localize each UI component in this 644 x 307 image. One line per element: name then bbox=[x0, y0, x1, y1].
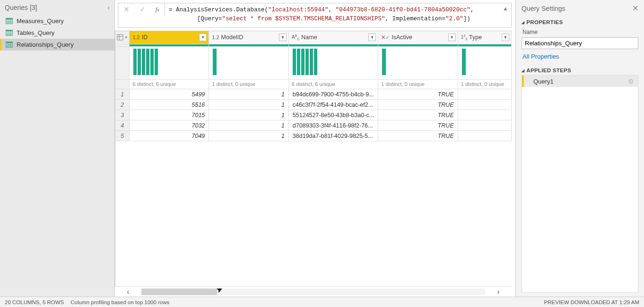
column-filter-button[interactable]: ▼ bbox=[448, 34, 456, 41]
column-profile-chart bbox=[209, 47, 289, 80]
collapse-queries-icon[interactable]: ‹ bbox=[107, 4, 110, 11]
queries-panel-title: Queries [3] bbox=[5, 4, 37, 11]
scroll-thumb[interactable] bbox=[141, 289, 217, 295]
cell[interactable] bbox=[458, 120, 511, 131]
close-settings-button[interactable]: ✕ bbox=[632, 4, 638, 13]
column-name: ModelID bbox=[221, 34, 277, 41]
table-row[interactable]: 57049138d19da7-b81f-4029-9825-5...TRUE bbox=[115, 131, 512, 141]
column-name: Name bbox=[301, 34, 366, 41]
column-header[interactable]: 1.2 ID ▼ bbox=[130, 31, 209, 44]
row-number: 2 bbox=[115, 100, 130, 110]
column-type-icon[interactable]: ✕✓ bbox=[381, 34, 390, 41]
column-distinct-label: 1 distinct, 0 unique bbox=[458, 80, 511, 89]
properties-section-header[interactable]: ◢ PROPERTIES bbox=[522, 19, 638, 25]
table-icon bbox=[6, 30, 13, 36]
formula-cancel-button[interactable]: ✕ bbox=[118, 3, 134, 16]
column-header[interactable]: 1.2 ModelID ▼ bbox=[209, 31, 289, 44]
fx-icon: fx bbox=[150, 3, 165, 16]
cell[interactable]: TRUE bbox=[378, 110, 458, 120]
column-filter-button[interactable]: ▼ bbox=[199, 34, 207, 41]
center-area: ✕ ✓ fx = AnalysisServices.Database("loca… bbox=[115, 0, 515, 297]
column-filter-button[interactable]: ▼ bbox=[368, 34, 376, 41]
formula-bar: ✕ ✓ fx = AnalysisServices.Database("loca… bbox=[118, 3, 512, 28]
column-distinct-label: 1 distinct, 0 unique bbox=[378, 80, 458, 89]
row-number: 3 bbox=[115, 110, 130, 120]
cell[interactable]: c46c3f7f-2f54-4149-bcac-ef2... bbox=[288, 100, 378, 110]
cell[interactable]: b94dc699-7900-4755-b4cb-9... bbox=[288, 89, 378, 100]
cell[interactable]: TRUE bbox=[378, 131, 458, 141]
cell[interactable] bbox=[458, 110, 511, 120]
quality-bar bbox=[458, 44, 511, 46]
column-distinct-label: 6 distinct, 6 unique bbox=[288, 80, 378, 89]
column-header[interactable]: ✕✓ IsActive ▼ bbox=[378, 31, 458, 44]
cell[interactable]: TRUE bbox=[378, 120, 458, 131]
column-filter-button[interactable]: ▼ bbox=[502, 34, 509, 41]
column-type-icon[interactable]: 1.2 bbox=[132, 34, 139, 40]
scroll-left-button[interactable]: ‹ bbox=[115, 288, 141, 296]
applied-step-item[interactable]: Query1 ⚙ bbox=[522, 76, 638, 87]
caret-down-icon: ◢ bbox=[522, 68, 524, 73]
quality-bar bbox=[130, 44, 209, 46]
cell[interactable] bbox=[458, 89, 511, 100]
cell[interactable]: 7032 bbox=[130, 120, 209, 131]
applied-steps-section-header[interactable]: ◢ APPLIED STEPS bbox=[522, 68, 638, 73]
data-grid-wrap: ▼ 1.2 ID ▼ 1.2 ModelID ▼ ABC Name ▼ ✕✓ I… bbox=[115, 31, 512, 297]
cell[interactable]: 1 bbox=[209, 110, 289, 120]
column-filter-button[interactable]: ▼ bbox=[279, 34, 287, 41]
cell[interactable]: 7015 bbox=[130, 110, 209, 120]
horizontal-scrollbar: ‹ › ➤ bbox=[115, 286, 512, 297]
query-item[interactable]: Measures_Query bbox=[0, 15, 114, 27]
gear-icon[interactable]: ⚙ bbox=[628, 77, 634, 85]
cell[interactable]: 55124527-8e50-43b8-b3a0-c... bbox=[288, 110, 378, 120]
status-profiling-note: Column profiling based on top 1000 rows bbox=[70, 299, 169, 305]
query-item-label: Relationships_Query bbox=[17, 41, 74, 48]
cell[interactable]: 5516 bbox=[130, 100, 209, 110]
scroll-track[interactable] bbox=[141, 289, 485, 295]
cell[interactable]: 38d19da7-b81f-4029-9825-5... bbox=[288, 131, 378, 141]
formula-expand-button[interactable]: ▲ bbox=[500, 3, 511, 12]
grid-corner-selector[interactable]: ▼ bbox=[115, 31, 130, 44]
query-item[interactable]: Tables_Query bbox=[0, 27, 114, 39]
column-name: IsActive bbox=[392, 34, 446, 41]
column-profile-chart bbox=[378, 47, 458, 80]
column-name: Type bbox=[469, 34, 500, 41]
cell[interactable]: 5499 bbox=[130, 89, 209, 100]
column-type-icon[interactable]: 1.2 bbox=[212, 34, 219, 40]
query-item[interactable]: Relationships_Query bbox=[0, 39, 114, 51]
row-number: 1 bbox=[115, 89, 130, 100]
query-item-label: Tables_Query bbox=[17, 29, 54, 36]
cell[interactable] bbox=[458, 100, 511, 110]
cell[interactable]: 1 bbox=[209, 120, 289, 131]
data-grid: ▼ 1.2 ID ▼ 1.2 ModelID ▼ ABC Name ▼ ✕✓ I… bbox=[115, 31, 512, 142]
column-header[interactable]: 123 Type ▼ bbox=[458, 31, 511, 44]
cell[interactable]: TRUE bbox=[378, 100, 458, 110]
cell[interactable] bbox=[458, 131, 511, 141]
grid-header-row: ▼ 1.2 ID ▼ 1.2 ModelID ▼ ABC Name ▼ ✕✓ I… bbox=[115, 31, 512, 44]
all-properties-link[interactable]: All Properties bbox=[522, 53, 637, 60]
row-number: 5 bbox=[115, 131, 130, 141]
svg-rect-18 bbox=[117, 34, 123, 40]
column-type-icon[interactable]: 123 bbox=[461, 34, 467, 41]
formula-text[interactable]: = AnalysisServices.Database("localhost:5… bbox=[165, 3, 500, 27]
table-row[interactable]: 154991b94dc699-7900-4755-b4cb-9...TRUE bbox=[115, 89, 512, 100]
cell[interactable]: TRUE bbox=[378, 89, 458, 100]
scroll-right-button[interactable]: › ➤ bbox=[485, 288, 512, 296]
table-row[interactable]: 255161c46c3f7f-2f54-4149-bcac-ef2...TRUE bbox=[115, 100, 512, 110]
applied-step-label: Query1 bbox=[528, 78, 554, 85]
name-label: Name bbox=[522, 29, 637, 35]
query-settings-title: Query Settings bbox=[522, 5, 566, 12]
column-header[interactable]: ABC Name ▼ bbox=[288, 31, 378, 44]
table-row[interactable]: 37015155124527-8e50-43b8-b3a0-c...TRUE bbox=[115, 110, 512, 120]
column-type-icon[interactable]: ABC bbox=[292, 34, 299, 41]
cell[interactable]: 1 bbox=[209, 100, 289, 110]
table-row[interactable]: 470321d7089303-3f4f-4116-98f2-76...TRUE bbox=[115, 120, 512, 131]
column-profile-chart bbox=[130, 47, 209, 80]
cell[interactable]: 1 bbox=[209, 131, 289, 141]
cell[interactable]: 1 bbox=[209, 89, 289, 100]
column-profile-chart bbox=[458, 47, 511, 80]
cell[interactable]: d7089303-3f4f-4116-98f2-76... bbox=[288, 120, 378, 131]
formula-accept-button[interactable]: ✓ bbox=[134, 3, 150, 16]
quality-bar bbox=[209, 44, 288, 46]
cell[interactable]: 7049 bbox=[130, 131, 209, 141]
query-name-input[interactable] bbox=[522, 37, 638, 49]
